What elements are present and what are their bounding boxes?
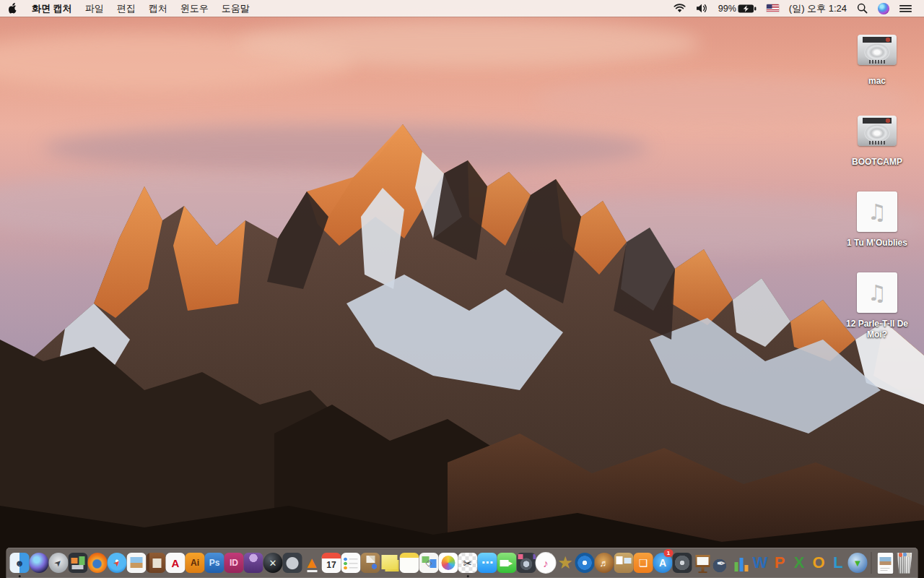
volume-menu[interactable] [691, 0, 713, 17]
dock-safari-icon[interactable]: ➤ [108, 548, 127, 578]
dock-siri-icon[interactable] [30, 548, 49, 578]
battery-percent: 99% [718, 4, 736, 14]
dock-ms-lync-icon[interactable]: L [829, 548, 848, 578]
spotlight-menu[interactable] [852, 0, 873, 17]
dock-garageband-icon[interactable]: ♬ [595, 548, 614, 578]
dock-contacts-book-icon[interactable] [147, 548, 166, 578]
dock-illustrator-icon[interactable]: Ai [186, 548, 205, 578]
dock-photoshop-icon[interactable]: Ps [205, 548, 225, 578]
dock-ms-excel-icon[interactable]: X [790, 548, 809, 578]
dock-disk-gauge-icon[interactable] [283, 548, 302, 578]
dock-ms-outlook-icon[interactable]: O [809, 548, 829, 578]
ms-lync-icon: L [829, 553, 848, 573]
dock-preview-icon[interactable] [127, 548, 147, 578]
toast-icon [244, 553, 263, 573]
dock-ms-powerpoint-icon[interactable]: P [770, 548, 790, 578]
menu-item-2[interactable]: 편집 [110, 0, 142, 17]
dock-keynote-icon[interactable] [692, 548, 712, 578]
dock-mission-control-icon[interactable] [69, 548, 88, 578]
dock-notepad-icon[interactable] [400, 548, 419, 578]
dock-itunes-icon[interactable]: ♪ [536, 548, 556, 578]
siri-menu[interactable] [873, 0, 894, 17]
active-app-name[interactable]: 화면 캡처 [25, 0, 79, 17]
diagram-compass-glyph: ◇ [425, 558, 432, 567]
battery-menu[interactable]: 99% [713, 0, 762, 17]
dock-diagram-compass-icon[interactable]: ◇ [419, 548, 439, 578]
menu-item-1[interactable]: 파일 [79, 0, 110, 17]
ms-outlook-icon: O [809, 553, 829, 573]
illustrator-icon: Ai [186, 553, 205, 573]
disk-gauge-icon [283, 553, 302, 573]
drive-bootcamp[interactable]: BOOTCAMP [834, 108, 920, 189]
dock-firefox-icon[interactable] [88, 548, 108, 578]
globe-downloader-icon: ▼ [848, 553, 868, 573]
grab-screen-capture-glyph: ✂ [463, 558, 473, 569]
audio-file-icon: ♫ [857, 189, 897, 234]
messages-icon: ⋯ [478, 553, 497, 573]
dock-calendar-icon[interactable]: 17 [322, 548, 341, 578]
dock-acrobat-reader-icon[interactable]: A [166, 548, 186, 578]
dock-numbers-icon[interactable] [731, 548, 751, 578]
dock-pages-icon[interactable]: ✒ [712, 548, 731, 578]
garageband-icon: ♬ [595, 553, 614, 573]
dock-imovie-icon[interactable]: ★ [556, 548, 575, 578]
desktop-icon-label: BOOTCAMP [852, 157, 902, 168]
notification-center-menu[interactable] [894, 0, 917, 17]
menu-item-3[interactable]: 캡처 [142, 0, 174, 17]
dock-grab-screen-capture-icon[interactable]: ✂ [458, 548, 478, 578]
drive-mac[interactable]: mac [834, 27, 920, 108]
apple-icon [9, 3, 18, 14]
dock-indesign-icon[interactable]: ID [225, 548, 244, 578]
quicksilver-icon: ✕ [263, 553, 283, 573]
hard-drive-icon [858, 108, 897, 153]
dock-toast-icon[interactable] [244, 548, 263, 578]
dock-dvd-player-icon[interactable] [673, 548, 692, 578]
dock-vlc-icon[interactable]: ▲ [302, 548, 322, 578]
imovie-glyph: ★ [557, 554, 573, 571]
menu-item-4[interactable]: 윈도우 [174, 0, 215, 17]
dock-app-store-icon[interactable]: A1 [653, 548, 673, 578]
menu-bar: 화면 캡처 파일편집캡처윈도우도움말 99% [0, 0, 924, 17]
ms-word-glyph: W [753, 555, 768, 571]
menu-bar-status: 99% (일) 오후 1:24 [668, 0, 924, 17]
dock-messages-icon[interactable]: ⋯ [478, 548, 497, 578]
garageband-glyph: ♬ [600, 558, 609, 568]
dock-trash-icon[interactable] [895, 548, 915, 578]
ibooks-glyph: ❏ [639, 558, 648, 568]
dock-reminders-icon[interactable] [341, 548, 361, 578]
dock-finder-icon[interactable]: ☻ [10, 548, 30, 578]
dock-document-file-icon[interactable] [876, 548, 895, 578]
desktop-icon-label: 12 Parle-T-Il De Moi? [837, 319, 918, 340]
dock-ms-word-icon[interactable]: W [751, 548, 770, 578]
photos-icon [439, 553, 458, 573]
dock-launchpad-icon[interactable]: ➤ [49, 548, 69, 578]
dock-facetime-icon[interactable]: ▸ [497, 548, 517, 578]
input-source-menu[interactable] [762, 0, 784, 17]
ms-lync-glyph: L [833, 555, 842, 571]
globe-downloader-glyph: ▼ [853, 558, 863, 568]
menu-clock[interactable]: (일) 오후 1:24 [784, 0, 852, 17]
wifi-menu[interactable] [668, 0, 691, 17]
apple-menu[interactable] [0, 0, 25, 17]
dock-photos-icon[interactable] [439, 548, 458, 578]
launchpad-icon: ➤ [49, 553, 69, 573]
audio-file-12[interactable]: ♫12 Parle-T-Il De Moi? [834, 270, 920, 351]
idvd-icon [575, 553, 595, 573]
wallpaper-sierra-mountain [0, 0, 924, 578]
reminders-icon [341, 553, 361, 573]
dock-quicksilver-icon[interactable]: ✕ [263, 548, 283, 578]
dock-globe-downloader-icon[interactable]: ▼ [848, 548, 868, 578]
menu-item-5[interactable]: 도움말 [215, 0, 256, 17]
volume-icon [696, 4, 708, 13]
dock-ibooks-icon[interactable]: ❏ [634, 548, 653, 578]
audio-file-1[interactable]: ♫1 Tu M'Oublies [834, 189, 920, 270]
desktop-icon-label: mac [868, 76, 886, 87]
dock-stickies-icon[interactable] [380, 548, 400, 578]
dock-mail-package-icon[interactable] [361, 548, 380, 578]
dock-corkboard-icon[interactable] [614, 548, 634, 578]
dock-photo-booth-icon[interactable] [517, 548, 536, 578]
safari-glyph: ➤ [112, 558, 122, 568]
dock-idvd-icon[interactable] [575, 548, 595, 578]
wifi-icon [674, 4, 686, 13]
facetime-icon: ▸ [497, 553, 517, 573]
